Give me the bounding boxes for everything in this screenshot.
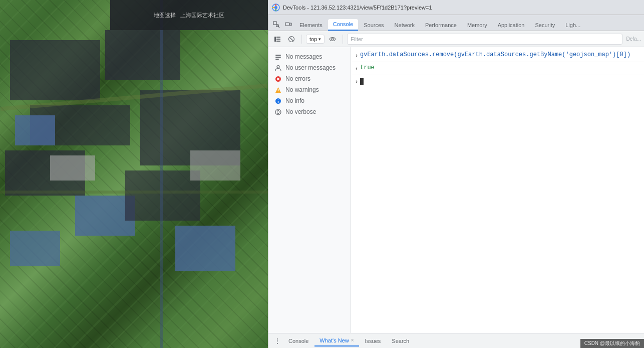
devtools-tabbar: Elements Console Sources Network Perform… (268, 15, 644, 31)
messages-icon (274, 53, 281, 60)
error-icon (274, 75, 281, 82)
console-output-line-1: ‹ true (351, 62, 644, 75)
svg-rect-17 (275, 59, 279, 60)
toolbar-divider-1 (301, 35, 302, 44)
tab-lighthouse[interactable]: Ligh... (560, 20, 585, 31)
svg-rect-15 (275, 55, 281, 56)
svg-rect-8 (276, 37, 280, 38)
filter-input[interactable] (347, 34, 622, 45)
chrome-logo-icon (272, 4, 280, 12)
default-levels-label: Defa... (626, 36, 641, 42)
tab-performance[interactable]: Performance (420, 20, 462, 31)
no-warnings-label: No warnings (285, 86, 319, 93)
no-info-label: No info (285, 97, 304, 104)
buildings-overlay (0, 0, 268, 348)
bottom-tab-search[interactable]: Search (387, 336, 414, 346)
clear-console-button[interactable] (285, 33, 297, 45)
svg-rect-7 (274, 37, 276, 42)
no-errors-label: No errors (285, 75, 310, 82)
map-overlay: 地图选择 上海国际艺术社区 (110, 0, 268, 30)
console-input-line-1: › gvEarth.dataSources.remove(gvEarth.dat… (351, 49, 644, 62)
devtools-titlebar: DevTools - 121.36.52.123:4321/view/5Ff1d… (268, 0, 644, 15)
cursor (360, 78, 364, 85)
arrow-right-icon: › (355, 52, 358, 61)
svg-line-12 (290, 37, 293, 41)
devtools-panel: Elements Console Sources Network Perform… (268, 15, 644, 348)
chevron-down-icon: ▾ (318, 37, 321, 42)
svg-point-27 (277, 99, 278, 100)
filter-no-warnings[interactable]: No warnings (268, 84, 351, 95)
no-user-messages-label: No user messages (285, 64, 336, 71)
console-main: No messages No user messages (268, 47, 644, 333)
verbose-icon (274, 108, 281, 115)
watermark: CSDN @最以饿的小海豹 (580, 339, 644, 348)
tab-network[interactable]: Network (390, 20, 420, 31)
svg-point-24 (277, 91, 278, 92)
bottom-tab-issues[interactable]: Issues (360, 336, 386, 346)
eye-button[interactable] (327, 33, 339, 45)
filter-sidebar: No messages No user messages (268, 47, 351, 333)
close-icon[interactable]: × (351, 337, 354, 343)
svg-rect-6 (290, 23, 291, 26)
svg-point-1 (274, 6, 277, 9)
console-toolbar: top ▾ Defa... (268, 31, 644, 47)
prompt-arrow-icon: › (355, 79, 358, 85)
user-icon (274, 64, 281, 71)
info-icon (274, 97, 281, 104)
tab-sources[interactable]: Sources (359, 20, 389, 31)
no-verbose-label: No verbose (285, 108, 316, 115)
filter-no-info[interactable]: No info (268, 95, 351, 106)
svg-rect-2 (273, 22, 276, 25)
console-prompt-line[interactable]: › (351, 75, 644, 87)
filter-no-user-messages[interactable]: No user messages (268, 62, 351, 73)
svg-rect-10 (276, 41, 280, 42)
svg-rect-16 (275, 57, 281, 58)
sidebar-toggle-button[interactable] (271, 33, 283, 45)
map-label: 地图选择 上海国际艺术社区 (154, 12, 224, 19)
svg-point-14 (332, 38, 334, 40)
no-messages-label: No messages (285, 53, 322, 60)
warning-icon (274, 86, 281, 93)
tab-console[interactable]: Console (328, 19, 358, 31)
tab-application[interactable]: Application (493, 20, 530, 31)
more-tabs-button[interactable]: ⋮ (272, 336, 282, 346)
console-output: › gvEarth.dataSources.remove(gvEarth.dat… (351, 47, 644, 333)
satellite-background (0, 0, 268, 348)
arrow-left-icon: ‹ (355, 65, 358, 74)
filter-no-verbose[interactable]: No verbose (268, 106, 351, 117)
svg-point-18 (277, 65, 279, 68)
svg-rect-9 (276, 39, 280, 40)
device-toggle-button[interactable] (282, 19, 294, 31)
filter-no-messages[interactable]: No messages (268, 51, 351, 62)
context-selector[interactable]: top ▾ (306, 35, 325, 44)
tab-memory[interactable]: Memory (462, 20, 492, 31)
bottom-tab-whatsnew[interactable]: What's New × (314, 335, 359, 346)
inspect-element-button[interactable] (270, 19, 282, 31)
devtools-url: DevTools - 121.36.52.123:4321/view/5Ff1d… (283, 5, 432, 11)
three-dots-icon: ⋮ (274, 337, 281, 345)
tab-elements[interactable]: Elements (294, 20, 328, 31)
tab-security[interactable]: Security (530, 20, 560, 31)
filter-no-errors[interactable]: No errors (268, 73, 351, 84)
console-input-text-1: gvEarth.dataSources.remove(gvEarth.dataS… (360, 50, 640, 59)
toolbar-divider-2 (343, 35, 343, 44)
bottom-tab-console[interactable]: Console (283, 336, 313, 346)
console-output-text-1: true (360, 63, 640, 72)
svg-rect-5 (285, 23, 289, 26)
